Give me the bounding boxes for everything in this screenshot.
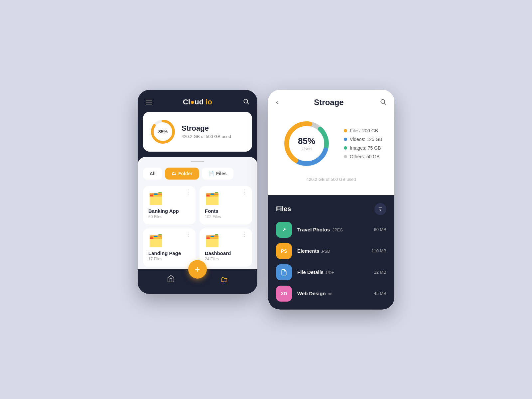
folder-nav-icon[interactable]: 🗂 [220, 275, 228, 284]
file-size-travel: 60 MB [374, 227, 386, 232]
file-name-elements: Elements [297, 248, 321, 254]
donut-large: 85% Used [280, 117, 333, 170]
donut-large-label: 85% Used [298, 136, 315, 151]
right-storage-description: 420.2 GB of 500 GB used [276, 177, 386, 189]
more-dots: ⋮ [242, 232, 248, 236]
file-item-elements[interactable]: PS Elements .PSD 110 MB [276, 243, 386, 259]
donut-small-label: 85% [158, 129, 168, 134]
folder-name: Fonts [205, 208, 247, 214]
folder-count: 24 Files [205, 257, 247, 261]
legend-label-images: Images: 75 GB [350, 145, 381, 151]
file-name-webdesign: Web Design [297, 291, 327, 296]
legend-label-files: Files: 200 GB [350, 128, 378, 133]
home-nav-icon[interactable] [167, 275, 175, 285]
app-container: Cl●ud io 85% Stroage 420.2 GB of 500 G [124, 76, 408, 323]
folder-count: 102 Files [205, 214, 247, 219]
legend-videos: Videos: 125 GB [344, 137, 382, 142]
right-top: ‹ Stroage [268, 90, 394, 195]
donut-used: Used [298, 146, 315, 151]
files-header: Files [276, 203, 386, 215]
logo-cloud-dot: ● [190, 98, 195, 106]
search-button[interactable] [243, 98, 249, 106]
menu-button[interactable] [146, 100, 152, 104]
folder-name: Dashboard [205, 250, 247, 256]
legend-dot-others [344, 155, 347, 158]
file-info-webdesign: Web Design .xd [297, 291, 368, 297]
file-name-travel: Travel Photos [297, 227, 332, 232]
donut-small: 85% [150, 118, 176, 145]
storage-description: 420.2 GB of 500 GB used [182, 134, 231, 139]
folder-count: 60 Files [148, 214, 190, 219]
folder-card-landing[interactable]: ⋮ 🗂️ Landing Page 17 Files [143, 228, 196, 267]
file-ext-travel: .JPEG [332, 228, 343, 232]
app-logo: Cl●ud io [183, 98, 212, 106]
legend: Files: 200 GB Videos: 125 GB Images: 75 … [344, 128, 382, 159]
file-icon-details [276, 264, 292, 280]
file-ext-details: .PDF [325, 270, 334, 275]
legend-images: Images: 75 GB [344, 145, 382, 151]
folder-card-banking[interactable]: ⋮ 🗂️ Banking App 60 Files [143, 186, 196, 224]
folder-icon: 🗂️ [205, 192, 247, 205]
donut-pct: 85% [298, 136, 315, 146]
folder-card-dashboard[interactable]: ⋮ 🗂️ Dashboard 24 Files [200, 228, 252, 267]
legend-dot-videos [344, 138, 347, 141]
files-filter-button[interactable] [374, 203, 386, 215]
more-dots: ⋮ [242, 190, 248, 194]
folder-icon: 🗂️ [148, 234, 190, 248]
file-size-webdesign: 45 MB [374, 291, 386, 296]
tab-folder[interactable]: 🗂Folder [165, 168, 199, 180]
file-icon-elements: PS [276, 243, 292, 259]
storage-info: Stroage 420.2 GB of 500 GB used [182, 124, 231, 139]
file-item-travel[interactable]: ↗ Travel Photos .JPEG 60 MB [276, 222, 386, 238]
folder-count: 17 Files [148, 257, 190, 261]
phone-right: ‹ Stroage [268, 90, 394, 310]
legend-label-videos: Videos: 125 GB [350, 137, 382, 142]
tab-files[interactable]: 📄Files [202, 168, 233, 180]
file-ext-elements: .PSD [321, 249, 330, 254]
folder-card-fonts[interactable]: ⋮ 🗂️ Fonts 102 Files [200, 186, 252, 224]
svg-line-1 [247, 103, 249, 104]
folder-name: Landing Page [148, 250, 190, 256]
storage-card: 85% Stroage 420.2 GB of 500 GB used [143, 112, 252, 152]
file-name-details: File Details [297, 269, 325, 275]
legend-dot-files [344, 129, 347, 132]
filter-tabs: All 🗂Folder 📄Files [143, 168, 252, 180]
phone-left: Cl●ud io 85% Stroage 420.2 GB of 500 G [138, 90, 257, 294]
svg-point-0 [244, 99, 248, 103]
right-bottom: Files ↗ Travel Photos .JPEG 6 [268, 195, 394, 310]
file-size-details: 12 MB [374, 270, 386, 275]
svg-point-4 [381, 99, 385, 103]
file-info-elements: Elements .PSD [297, 248, 366, 254]
hamburger-icon [146, 100, 152, 104]
folder-icon: 🗂️ [205, 234, 247, 248]
add-button[interactable]: + [188, 260, 207, 279]
files-tab-icon: 📄 [208, 171, 214, 176]
more-dots: ⋮ [185, 232, 192, 236]
legend-dot-images [344, 146, 347, 150]
bottom-nav: + 🗂 [138, 269, 257, 294]
legend-others: Others: 50 GB [344, 154, 382, 159]
svg-line-5 [384, 103, 386, 105]
folders-grid: ⋮ 🗂️ Banking App 60 Files ⋮ 🗂️ Fonts 102… [143, 186, 252, 267]
file-icon-webdesign: XD [276, 286, 292, 302]
legend-files: Files: 200 GB [344, 128, 382, 133]
folder-tab-icon: 🗂 [172, 171, 176, 176]
files-title: Files [276, 205, 291, 213]
more-dots: ⋮ [185, 190, 192, 194]
file-info-travel: Travel Photos .JPEG [297, 227, 368, 233]
folder-icon: 🗂️ [148, 192, 190, 205]
logo-accent: io [205, 98, 212, 106]
bottom-sheet: All 🗂Folder 📄Files ⋮ 🗂️ Banking App 60 F… [138, 157, 257, 269]
tab-all[interactable]: All [143, 168, 162, 180]
folder-name: Banking App [148, 208, 190, 214]
file-item-webdesign[interactable]: XD Web Design .xd 45 MB [276, 286, 386, 302]
right-search-button[interactable] [380, 98, 386, 106]
file-item-details[interactable]: File Details .PDF 12 MB [276, 264, 386, 280]
sheet-handle [191, 161, 204, 162]
right-header: ‹ Stroage [276, 98, 386, 107]
right-title: Stroage [278, 98, 380, 107]
file-icon-travel: ↗ [276, 222, 292, 238]
file-ext-webdesign: .xd [327, 292, 332, 296]
legend-label-others: Others: 50 GB [350, 154, 379, 159]
donut-section: 85% Used Files: 200 GB Videos: 125 GB [276, 114, 386, 177]
